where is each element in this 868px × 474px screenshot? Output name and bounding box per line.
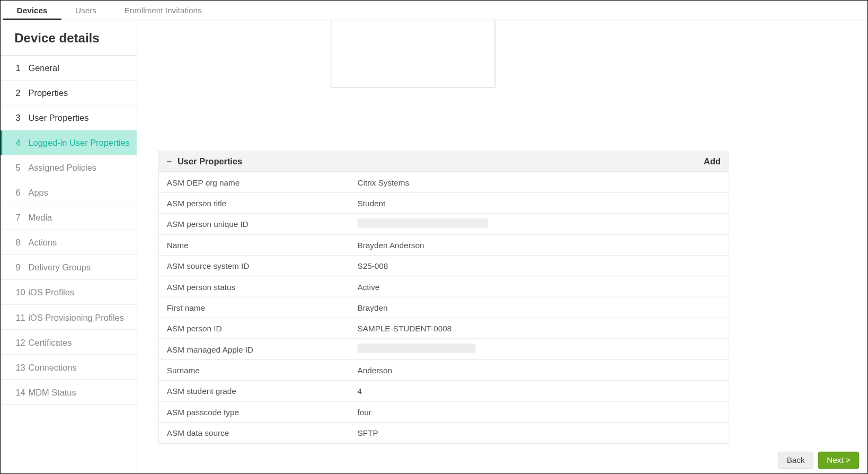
sidebar-item-number: 8 xyxy=(15,238,28,248)
property-value: Student xyxy=(349,194,729,213)
sidebar-item-label: Media xyxy=(28,213,52,223)
sidebar-item-connections[interactable]: 13Connections xyxy=(1,355,137,380)
sidebar-item-properties[interactable]: 2Properties xyxy=(1,81,137,106)
top-tabs: Devices Users Enrollment Invitations xyxy=(1,1,868,20)
property-row: ASM managed Apple ID xyxy=(158,339,729,359)
property-row: ASM data sourceSFTP xyxy=(158,423,729,443)
sidebar-item-number: 11 xyxy=(15,312,28,322)
property-key: ASM source system ID xyxy=(158,257,349,275)
property-value: four xyxy=(349,402,729,421)
redacted-value xyxy=(357,344,475,353)
property-value: Brayden xyxy=(349,298,729,317)
property-key: ASM person unique ID xyxy=(158,215,349,233)
sidebar-item-ios-provisioning-profiles[interactable]: 11iOS Provisioning Profiles xyxy=(1,305,137,330)
property-row: ASM person unique ID xyxy=(158,214,729,234)
sidebar-item-label: Apps xyxy=(28,188,48,198)
property-key: ASM student grade xyxy=(158,382,349,400)
property-row: SurnameAnderson xyxy=(158,360,729,381)
property-row: First nameBrayden xyxy=(158,297,729,318)
property-value: Active xyxy=(349,277,729,296)
tab-users[interactable]: Users xyxy=(61,0,110,20)
property-value: Brayden Anderson xyxy=(349,235,729,254)
property-value: 4 xyxy=(349,382,729,400)
preview-box xyxy=(331,20,495,87)
tab-devices[interactable]: Devices xyxy=(3,0,61,20)
tab-enrollment-invitations[interactable]: Enrollment Invitations xyxy=(110,0,216,20)
property-row: ASM DEP org nameCitrix Systems xyxy=(158,172,729,193)
back-button[interactable]: Back xyxy=(778,452,813,469)
property-value: SAMPLE-STUDENT-0008 xyxy=(349,319,729,338)
property-value xyxy=(349,339,729,359)
sidebar-item-label: General xyxy=(28,63,59,73)
sidebar-item-number: 13 xyxy=(15,362,28,372)
sidebar-item-number: 4 xyxy=(15,138,28,148)
panel-header[interactable]: – User Properties Add xyxy=(158,151,729,172)
sidebar-item-number: 12 xyxy=(15,337,28,347)
property-key: Name xyxy=(158,235,349,254)
sidebar-item-user-properties[interactable]: 3User Properties xyxy=(1,106,137,130)
sidebar-item-label: Connections xyxy=(28,362,76,372)
sidebar-item-mdm-status[interactable]: 14MDM Status xyxy=(1,380,137,405)
property-value: Anderson xyxy=(349,361,729,379)
property-row: ASM student grade4 xyxy=(158,381,729,401)
sidebar-item-number: 14 xyxy=(15,387,28,397)
sidebar-item-assigned-policies[interactable]: 5Assigned Policies xyxy=(1,155,137,180)
sidebar-item-number: 9 xyxy=(15,262,28,273)
sidebar-item-number: 5 xyxy=(15,163,28,173)
property-key: ASM person ID xyxy=(158,319,349,338)
property-key: Surname xyxy=(158,361,349,379)
next-button[interactable]: Next > xyxy=(818,452,859,469)
sidebar-item-delivery-groups[interactable]: 9Delivery Groups xyxy=(1,255,137,280)
main-content: – User Properties Add ASM DEP org nameCi… xyxy=(137,20,868,474)
sidebar-item-label: iOS Provisioning Profiles xyxy=(28,312,123,322)
property-row: NameBrayden Anderson xyxy=(158,235,729,256)
property-value: Citrix Systems xyxy=(349,173,729,191)
property-value: S25-008 xyxy=(349,257,729,275)
panel-title: User Properties xyxy=(178,156,242,166)
property-row: ASM person statusActive xyxy=(158,276,729,297)
redacted-value xyxy=(357,218,488,227)
page-title: Device details xyxy=(1,20,137,56)
footer-buttons: Back Next > xyxy=(778,452,859,469)
property-key: ASM managed Apple ID xyxy=(158,340,349,358)
sidebar-item-label: Certificates xyxy=(28,337,72,347)
sidebar-item-label: Actions xyxy=(28,238,57,248)
property-row: ASM passcode typefour xyxy=(158,402,729,423)
property-key: ASM passcode type xyxy=(158,402,349,421)
property-value: SFTP xyxy=(349,424,729,442)
sidebar-item-number: 10 xyxy=(15,287,28,297)
sidebar-item-ios-profiles[interactable]: 10iOS Profiles xyxy=(1,280,137,305)
property-row: ASM person IDSAMPLE-STUDENT-0008 xyxy=(158,318,729,339)
sidebar-item-label: MDM Status xyxy=(28,387,76,397)
property-key: First name xyxy=(158,298,349,317)
collapse-icon[interactable]: – xyxy=(167,156,172,166)
sidebar-item-label: Delivery Groups xyxy=(28,262,91,273)
sidebar-item-apps[interactable]: 6Apps xyxy=(1,180,137,205)
property-row: ASM source system IDS25-008 xyxy=(158,256,729,276)
property-key: ASM DEP org name xyxy=(158,173,349,191)
sidebar-item-number: 7 xyxy=(15,213,28,223)
sidebar-item-certificates[interactable]: 12Certificates xyxy=(1,330,137,355)
property-key: ASM person status xyxy=(158,277,349,296)
property-row: ASM person titleStudent xyxy=(158,193,729,214)
sidebar-item-label: Assigned Policies xyxy=(28,163,96,173)
property-key: ASM person title xyxy=(158,194,349,213)
sidebar-item-actions[interactable]: 8Actions xyxy=(1,230,137,255)
sidebar-item-label: Logged-in User Properties xyxy=(28,138,129,148)
sidebar-item-number: 1 xyxy=(15,63,28,73)
sidebar-item-label: Properties xyxy=(28,88,68,98)
sidebar-item-general[interactable]: 1General xyxy=(1,56,137,81)
sidebar: Device details 1General2Properties3User … xyxy=(1,20,137,474)
property-key: ASM data source xyxy=(158,424,349,442)
sidebar-item-label: User Properties xyxy=(28,113,88,123)
sidebar-item-media[interactable]: 7Media xyxy=(1,205,137,230)
sidebar-item-number: 2 xyxy=(15,88,28,98)
sidebar-item-logged-in-user-properties[interactable]: 4Logged-in User Properties xyxy=(1,130,137,155)
sidebar-item-number: 3 xyxy=(15,113,28,123)
sidebar-item-number: 6 xyxy=(15,188,28,198)
add-link[interactable]: Add xyxy=(704,156,721,166)
user-properties-panel: – User Properties Add ASM DEP org nameCi… xyxy=(158,151,729,444)
property-value xyxy=(349,214,729,234)
sidebar-item-label: iOS Profiles xyxy=(28,287,74,297)
